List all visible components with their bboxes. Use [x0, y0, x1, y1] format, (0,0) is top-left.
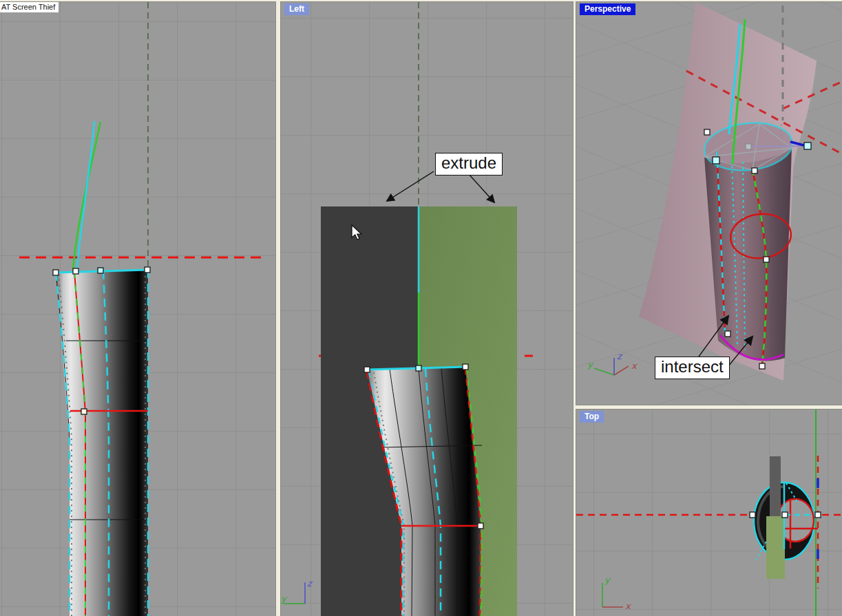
viewport-label-top[interactable]: Top [580, 411, 604, 423]
viewport-perspective[interactable]: y z x intersect Perspective [576, 2, 842, 405]
viewport-top[interactable]: y x Top [576, 410, 842, 616]
profile-curves[interactable] [73, 121, 101, 270]
axis-label-y: y [604, 575, 611, 585]
front-canvas [0, 2, 275, 616]
intersect-annotation: intersect [655, 357, 730, 379]
green-surface-top-view [766, 516, 785, 579]
axis-label-z: z [307, 578, 313, 588]
arrow-icon [387, 171, 434, 201]
axis-label-x: x [625, 601, 631, 611]
axis-label-z: z [617, 351, 623, 361]
left-canvas: y z [281, 2, 573, 616]
axis-label-y: y [281, 593, 288, 604]
dark-surface-top-view [770, 456, 781, 516]
axis-gizmo: y z [281, 578, 313, 604]
axis-label-y: y [587, 359, 594, 370]
viewport-left[interactable]: y z extrude Left [281, 2, 573, 616]
axis-label-x: x [631, 361, 638, 371]
tube-top-ring[interactable] [754, 482, 818, 560]
top-canvas: y x [576, 410, 842, 616]
axis-gizmo: y z x [587, 351, 638, 375]
arrow-icon [468, 173, 494, 202]
extrude-annotation: extrude [435, 153, 503, 176]
rhino-workspace: AT Screen Thief [0, 0, 842, 616]
axis-gizmo: y x [602, 575, 631, 611]
watermark: AT Screen Thief [0, 2, 59, 12]
viewport-label-perspective[interactable]: Perspective [580, 3, 635, 15]
viewport-label-left[interactable]: Left [284, 3, 309, 15]
viewport-front[interactable]: AT Screen Thief [0, 2, 275, 616]
perspective-canvas: y z x [576, 2, 842, 405]
annotation-arrows [387, 171, 494, 202]
